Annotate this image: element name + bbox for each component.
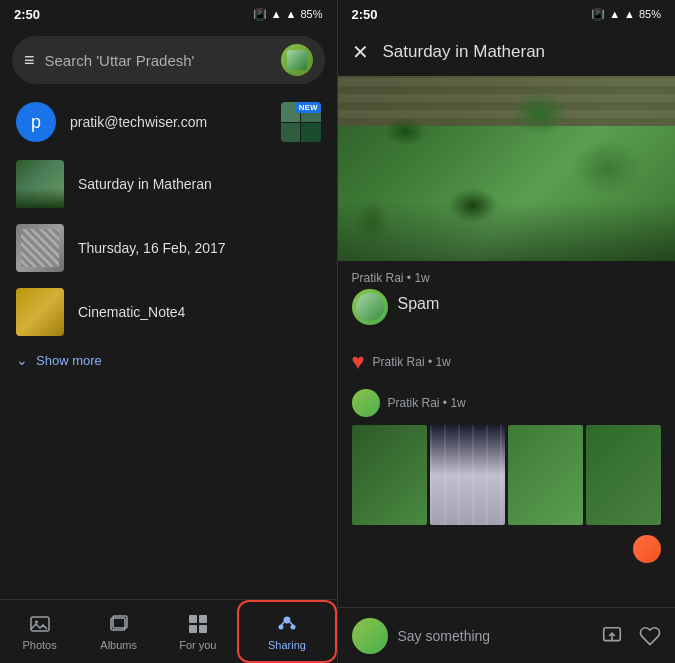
strip-avatar bbox=[352, 389, 380, 417]
thumb-badge: NEW bbox=[296, 102, 321, 113]
strip-meta-text: Pratik Rai • 1w bbox=[388, 396, 466, 410]
sharing-icon bbox=[275, 612, 299, 636]
heart-meta: Pratik Rai • 1w bbox=[373, 355, 451, 369]
battery-right: 85% bbox=[639, 8, 661, 20]
user-initial-avatar: p bbox=[16, 102, 56, 142]
nav-item-foryou[interactable]: For you bbox=[158, 600, 237, 663]
signal-icon-r: ▲ bbox=[624, 8, 635, 20]
nav-item-sharing[interactable]: Sharing bbox=[237, 600, 336, 663]
nav-label-foryou: For you bbox=[179, 639, 216, 651]
status-time-right: 2:50 bbox=[352, 7, 378, 22]
user-email: pratik@techwiser.com bbox=[70, 114, 207, 130]
thumb-matheran bbox=[16, 160, 64, 208]
wall-texture bbox=[338, 76, 676, 126]
list-label-matheran: Saturday in Matheran bbox=[78, 176, 212, 192]
svg-rect-6 bbox=[189, 625, 197, 633]
strip-photo-2 bbox=[430, 425, 505, 525]
search-bar[interactable]: ≡ Search 'Uttar Pradesh' bbox=[12, 36, 325, 84]
svg-rect-5 bbox=[199, 615, 207, 623]
user-row[interactable]: p pratik@techwiser.com NEW bbox=[0, 92, 337, 152]
right-header: ✕ Saturday in Matheran bbox=[338, 28, 676, 76]
wifi-icon-r: ▲ bbox=[609, 8, 620, 20]
nav-item-photos[interactable]: Photos bbox=[0, 600, 79, 663]
say-something-input[interactable]: Say something bbox=[398, 628, 592, 644]
left-panel: 2:50 📳 ▲ ▲ 85% ≡ Search 'Uttar Pradesh' … bbox=[0, 0, 337, 663]
menu-icon[interactable]: ≡ bbox=[24, 50, 35, 71]
say-avatar bbox=[352, 618, 388, 654]
vibrate-icon: 📳 bbox=[253, 8, 267, 21]
comment-row-1: Spam bbox=[352, 289, 662, 325]
svg-line-12 bbox=[290, 622, 293, 625]
svg-rect-7 bbox=[199, 625, 207, 633]
status-icons-left: 📳 ▲ ▲ 85% bbox=[253, 8, 323, 21]
list-item-matheran[interactable]: Saturday in Matheran bbox=[0, 152, 337, 216]
thumb-cell-4 bbox=[301, 123, 321, 143]
svg-point-1 bbox=[35, 621, 38, 624]
list-label-feb: Thursday, 16 Feb, 2017 bbox=[78, 240, 226, 256]
user-avatar-search bbox=[281, 44, 313, 76]
search-placeholder: Search 'Uttar Pradesh' bbox=[45, 52, 271, 69]
heart-icon[interactable]: ♥ bbox=[352, 349, 365, 375]
nav-item-albums[interactable]: Albums bbox=[79, 600, 158, 663]
vibrate-icon-r: 📳 bbox=[591, 8, 605, 21]
chevron-down-icon: ⌄ bbox=[16, 352, 28, 368]
show-more-label: Show more bbox=[36, 353, 102, 368]
comment-section: Pratik Rai • 1w Spam bbox=[338, 261, 676, 345]
photo-strip bbox=[352, 425, 662, 525]
thumb-feb bbox=[16, 224, 64, 272]
svg-point-10 bbox=[290, 625, 295, 630]
strip-photo-4 bbox=[586, 425, 661, 525]
list-item-note4[interactable]: Cinematic_Note4 bbox=[0, 280, 337, 344]
svg-point-9 bbox=[278, 625, 283, 630]
strip-meta: Pratik Rai • 1w bbox=[352, 389, 662, 417]
strip-photo-3 bbox=[508, 425, 583, 525]
photo-icon bbox=[28, 612, 52, 636]
list-item-feb2017[interactable]: Thursday, 16 Feb, 2017 bbox=[0, 216, 337, 280]
strip-photo-1 bbox=[352, 425, 427, 525]
bottom-nav: Photos Albums For you Sharing bbox=[0, 599, 337, 663]
favorite-icon[interactable] bbox=[639, 625, 661, 647]
close-button[interactable]: ✕ bbox=[352, 40, 369, 64]
svg-point-8 bbox=[283, 617, 290, 624]
heart-row: ♥ Pratik Rai • 1w bbox=[338, 345, 676, 385]
status-bar-right: 2:50 📳 ▲ ▲ 85% bbox=[338, 0, 676, 28]
right-content: Pratik Rai • 1w Spam ♥ Pratik Rai • 1w P… bbox=[338, 76, 676, 663]
right-panel: 2:50 📳 ▲ ▲ 85% ✕ Saturday in Matheran Pr… bbox=[338, 0, 676, 663]
status-bar-left: 2:50 📳 ▲ ▲ 85% bbox=[0, 0, 337, 28]
battery-left: 85% bbox=[300, 8, 322, 20]
status-time-left: 2:50 bbox=[14, 7, 40, 22]
show-more-button[interactable]: ⌄ Show more bbox=[0, 344, 337, 376]
foryou-icon bbox=[186, 612, 210, 636]
main-photo bbox=[338, 76, 676, 261]
commenter-avatar-1 bbox=[352, 289, 388, 325]
comment-meta-1: Pratik Rai • 1w bbox=[352, 271, 662, 285]
bottom-action-icons bbox=[601, 625, 661, 647]
comment-text-1: Spam bbox=[398, 289, 440, 313]
photo-strip-section: Pratik Rai • 1w bbox=[338, 385, 676, 535]
reaction-avatar bbox=[633, 535, 661, 563]
thumb-cell-3 bbox=[281, 123, 301, 143]
thumb-note bbox=[16, 288, 64, 336]
svg-line-11 bbox=[281, 622, 284, 625]
nav-label-albums: Albums bbox=[100, 639, 137, 651]
user-thumb-grid: NEW bbox=[281, 102, 321, 142]
album-icon bbox=[107, 612, 131, 636]
wifi-icon: ▲ bbox=[271, 8, 282, 20]
share-icon[interactable] bbox=[601, 625, 623, 647]
nav-label-sharing: Sharing bbox=[268, 639, 306, 651]
nav-label-photos: Photos bbox=[22, 639, 56, 651]
status-icons-right: 📳 ▲ ▲ 85% bbox=[591, 8, 661, 21]
signal-icon: ▲ bbox=[286, 8, 297, 20]
svg-rect-4 bbox=[189, 615, 197, 623]
bottom-bar: Say something bbox=[338, 607, 676, 663]
list-label-note: Cinematic_Note4 bbox=[78, 304, 185, 320]
right-title: Saturday in Matheran bbox=[383, 42, 546, 62]
